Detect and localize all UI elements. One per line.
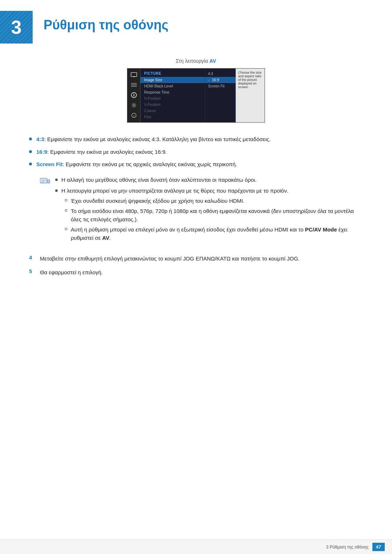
monitor-sidebar: i: [127, 69, 140, 122]
menu-header: PICTURE: [140, 71, 205, 77]
note-icon: [40, 177, 52, 187]
note-text-1: Η αλλαγή του μεγέθους οθόνης είναι δυνατ…: [61, 176, 257, 184]
sub-note-text-3: Αυτή η ρύθμιση μπορεί να επιλεγεί μόνο α…: [71, 226, 363, 242]
menu-item-vpos: V-Position: [140, 102, 205, 108]
bullet-dot: [29, 150, 32, 153]
step-text-4: Μεταβείτε στην επιθυμητή επιλογή μετακιν…: [40, 254, 363, 263]
menu-item-coarse: Coarse: [140, 108, 205, 114]
options-list: 4:3: Εμφανίστε την εικόνα με αναλογίες ε…: [29, 135, 363, 169]
footer-chapter-label: 3 Ρύθμιση της οθόνης: [326, 545, 368, 550]
menu-item-hpos: H-Position: [140, 95, 205, 102]
submenu-169: 16:9: [205, 77, 236, 83]
option-text-screenfit: Screen Fit: Εμφανίστε την εικόνα με τις …: [36, 160, 363, 169]
menu-item-hdmi: HDMI Black Level: [140, 83, 205, 89]
note-bullet-2: Η λειτουργία μπορεί να μην υποστηρίζεται…: [55, 187, 363, 244]
monitor-main-menu: PICTURE Image Size HDMI Black Level Resp…: [140, 69, 205, 122]
note-section: Η αλλαγή του μεγέθους οθόνης είναι δυνατ…: [40, 176, 363, 247]
main-content: Στη λειτουργία AV i: [0, 58, 392, 277]
svg-rect-14: [47, 180, 50, 183]
sub-note-square: [65, 199, 67, 201]
sub-note-item-3: Αυτή η ρύθμιση μπορεί να επιλεγεί μόνο α…: [65, 226, 363, 242]
option-item-43: 4:3: Εμφανίστε την εικόνα με αναλογίες ε…: [29, 135, 363, 144]
option-item-169: 16:9: Εμφανίστε την εικόνα με αναλογίες …: [29, 148, 363, 156]
av-label: Στη λειτουργία AV: [29, 58, 363, 64]
option-text-43: 4:3: Εμφανίστε την εικόνα με αναλογίες ε…: [36, 135, 363, 144]
step-5: 5 Θα εφαρμοστεί η επιλογή.: [29, 268, 363, 277]
submenu-screenfit: Screen Fit: [205, 83, 236, 89]
option-label-screenfit: Screen Fit: [36, 161, 63, 167]
monitor-icon-gear: [130, 102, 138, 108]
page-header: 3 Ρύθμιση της οθόνης: [0, 0, 392, 51]
step-number-5: 5: [29, 268, 38, 274]
note-text-2: Η λειτουργία μπορεί να μην υποστηρίζεται…: [61, 187, 363, 244]
sub-note-text-1: Έχει συνδεθεί συσκευή ψηφιακής εξόδου με…: [71, 197, 245, 205]
sub-note-square-3: [65, 228, 67, 230]
monitor-screenshot: i PICTURE Image Size HDMI Black Level Re…: [29, 68, 363, 123]
sub-note-square-2: [65, 209, 67, 212]
note-content: Η αλλαγή του μεγέθους οθόνης είναι δυνατ…: [55, 176, 363, 247]
note-bullet-dot-2: [55, 189, 58, 192]
bullet-dot: [29, 163, 32, 165]
bullet-dot: [29, 138, 32, 140]
step-text-5: Θα εφαρμοστεί η επιλογή.: [40, 268, 363, 277]
menu-item-fine: Fine: [140, 114, 205, 120]
monitor-icon-display: [130, 71, 138, 78]
option-text-169: 16:9: Εμφανίστε την εικόνα με αναλογίες …: [36, 148, 363, 156]
svg-rect-0: [131, 73, 137, 77]
svg-point-8: [133, 95, 134, 97]
chapter-title: Ρύθμιση της οθόνης: [33, 11, 168, 33]
monitor-info-panel: Choose the size and aspect ratio of the …: [236, 69, 265, 122]
monitor-ui: i PICTURE Image Size HDMI Black Level Re…: [127, 68, 265, 123]
footer-page-number: 47: [372, 543, 385, 551]
footer-right: 3 Ρύθμιση της οθόνης 47: [326, 543, 385, 551]
sub-note-item-1: Έχει συνδεθεί συσκευή ψηφιακής εξόδου με…: [65, 197, 363, 205]
monitor-icon-list: [130, 82, 138, 88]
step-number-4: 4: [29, 254, 38, 260]
note-bullet-1: Η αλλαγή του μεγέθους οθόνης είναι δυνατ…: [55, 176, 363, 184]
monitor-icon-adjust: [130, 92, 138, 98]
svg-point-9: [133, 104, 135, 106]
menu-item-response: Response Time: [140, 89, 205, 95]
note-bullet-dot: [55, 178, 58, 181]
chapter-number: 3: [11, 16, 22, 38]
monitor-icon-info: i: [130, 112, 138, 119]
sub-note-text-2: Το σήμα εισόδου είναι 480p, 576p, 720p ή…: [71, 207, 363, 223]
menu-item-image-size: Image Size: [140, 77, 205, 83]
submenu-43: 4:3: [205, 71, 236, 77]
svg-text:i: i: [133, 114, 134, 118]
monitor-submenu: 4:3 16:9 Screen Fit: [205, 69, 236, 122]
option-label-169: 16:9: [36, 149, 47, 155]
page-footer: 3 Ρύθμιση της οθόνης 47: [0, 539, 392, 554]
sub-note-item-2: Το σήμα εισόδου είναι 480p, 576p, 720p ή…: [65, 207, 363, 223]
option-item-screenfit: Screen Fit: Εμφανίστε την εικόνα με τις …: [29, 160, 363, 169]
step-4: 4 Μεταβείτε στην επιθυμητή επιλογή μετακ…: [29, 254, 363, 263]
chapter-box: 3: [0, 11, 33, 44]
option-label-43: 4:3: [36, 136, 44, 142]
sub-note-list: Έχει συνδεθεί συσκευή ψηφιακής εξόδου με…: [61, 197, 363, 242]
